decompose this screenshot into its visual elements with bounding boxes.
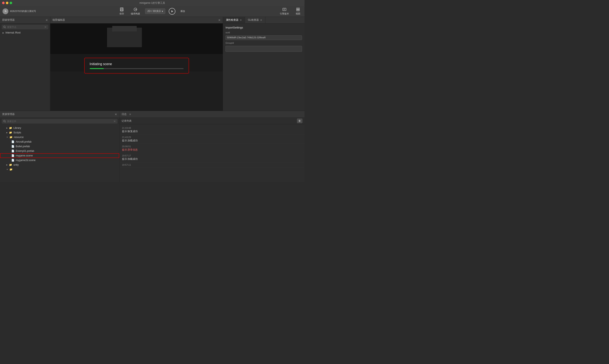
toolbar-username: t626237023的接口测试号 [10, 10, 36, 13]
svg-line-31 [5, 122, 6, 122]
view-label: 视图 [296, 12, 300, 15]
groupid-label: GroupId [225, 42, 240, 44]
log-entry-2: 20:06:51 提示:异常信息 [119, 144, 304, 153]
properties-tab[interactable]: 属性检查器 ✕ [223, 17, 245, 23]
close-traffic-light[interactable] [2, 2, 5, 4]
save-button[interactable]: 保存 [118, 6, 126, 16]
console-log-list: 21:43:48 提示:恢复成功 21:43:29 提示:加载成功 20:06:… [119, 124, 304, 182]
toolbar-user-section: 头 t626237023的接口测试号 [2, 8, 36, 14]
hierarchy-search-input[interactable] [7, 26, 43, 28]
file-item-enemy01[interactable]: 📄 Enemy01.prefab [0, 149, 119, 153]
console-panel: 日志 ✕ 记录列表 🗑 21:43:48 提示:恢复成功 21:43:29 提示… [119, 111, 304, 182]
display-mode-dropdown[interactable]: 2D / 3D演示 ▾ [145, 8, 165, 14]
aircraft-file-icon: 📄 [11, 140, 14, 143]
records-label: 记录列表 [121, 119, 132, 123]
hierarchy-panel: 层级管理器 ✕ ✕ ▶ Internal::Root [0, 17, 50, 111]
enemy01-file-icon: 📄 [11, 150, 14, 153]
log-time-0: 21:43:48 [122, 127, 302, 129]
svg-rect-15 [112, 26, 136, 31]
uuid-label: uuid [225, 31, 240, 34]
maximize-traffic-light[interactable] [10, 2, 12, 4]
log-msg-3: 提示:加载成功 [122, 157, 302, 161]
log-time-2: 20:06:51 [122, 145, 302, 148]
dropdown-arrow: ▾ [162, 10, 163, 13]
file-item-scripts[interactable]: ▶ 📁 Scripts [0, 130, 119, 135]
main-upper-layout: 层级管理器 ✕ ✕ ▶ Internal::Root 场景编辑器 ✕ [0, 17, 304, 111]
assets-search-clear[interactable]: ✕ [113, 120, 116, 123]
hierarchy-search-box[interactable]: ✕ [2, 25, 48, 29]
display-mode-label: 2D / 3D演示 [147, 9, 161, 13]
file-item-unity[interactable]: ▶ 📁 unity [0, 163, 119, 167]
scripts-label: Scripts [13, 131, 21, 134]
assets-close-button[interactable]: ✕ [115, 113, 117, 116]
log-time-4: 19:57:11 [122, 164, 302, 166]
assets-panel: 资源管理器 ✕ ✕ ▶ 📁 Library ▶ 📁 [0, 111, 119, 182]
resource-folder-icon: 📁 [9, 136, 13, 139]
mygame2d-label: mygame2d.scene [16, 159, 36, 162]
toolbar-right: 引擎版本 视图 [268, 6, 302, 16]
titlebar: minigame-1的引擎工具 [0, 0, 304, 6]
hierarchy-panel-header: 层级管理器 ✕ [0, 17, 50, 24]
more-arrow: ▼ [6, 168, 8, 170]
log-msg-2: 提示:异常信息 [122, 148, 302, 152]
log-msg-1: 提示:加载成功 [122, 139, 302, 143]
groupid-value-row [225, 46, 302, 52]
properties-tab-label: 属性检查器 [226, 18, 238, 22]
uuid-value-row: 50966dR-23ec2aE-748d12S-32f6eaR [225, 35, 302, 40]
play-label: 播放 [180, 10, 185, 13]
console-clear-button[interactable]: 🗑 [297, 118, 302, 123]
save-label: 保存 [119, 12, 124, 15]
svg-rect-7 [298, 8, 300, 9]
compile-button[interactable]: 编译构建 [129, 6, 142, 16]
file-item-aircraft[interactable]: 📄 Aircraft.prefab [0, 140, 119, 144]
root-node-item[interactable]: ▶ Internal::Root [0, 31, 50, 35]
minimize-traffic-light[interactable] [6, 2, 8, 4]
unity-label: unity [13, 163, 19, 166]
log-entry-4: 19:57:11 [119, 162, 304, 168]
assets-search-input[interactable] [7, 120, 112, 123]
file-item-resource[interactable]: ▼ 📁 resource [0, 135, 119, 140]
root-node-label: Internal::Root [5, 31, 21, 34]
hierarchy-title: 层级管理器 [2, 18, 15, 22]
assets-title: 资源管理器 [2, 113, 15, 116]
scene-editor-title: 场景编辑器 [53, 18, 65, 22]
uuid-value: 50966dR-23ec2aE-748d12S-32f6eaR [225, 35, 302, 40]
mygame-file-icon: 📄 [11, 154, 14, 157]
gl-inspector-tab[interactable]: GL检查器 ✕ [245, 17, 265, 23]
import-settings-section: ImportSettings uuid 50966dR-23ec2aE-748d… [223, 24, 304, 56]
view-button[interactable]: 视图 [294, 6, 302, 16]
engine-version-button[interactable]: 引擎版本 [278, 6, 291, 16]
play-button[interactable] [169, 8, 175, 15]
console-close-button[interactable]: ✕ [129, 113, 131, 116]
scene-editor-close-button[interactable]: ✕ [218, 18, 221, 22]
library-label: Library [13, 127, 21, 130]
clear-icon: 🗑 [298, 119, 301, 122]
assets-search-box[interactable]: ✕ [2, 119, 118, 124]
more-folder-icon: 📁 [9, 168, 13, 171]
gl-tab-close[interactable]: ✕ [260, 19, 262, 22]
toolbar: 头 t626237023的接口测试号 保存 编译构建 2D / 3D演示 ▾ [0, 6, 304, 17]
search-clear-icon[interactable]: ✕ [44, 25, 47, 29]
scene-background: Initiating scene [50, 24, 223, 111]
file-item-library[interactable]: ▶ 📁 Library [0, 126, 119, 130]
svg-rect-16 [50, 71, 223, 111]
avatar: 头 [2, 8, 8, 14]
log-time-1: 21:43:29 [122, 136, 302, 138]
log-entry-1: 21:43:29 提示:加载成功 [119, 135, 304, 144]
progress-text: Initiating scene [90, 62, 184, 66]
mygame2d-file-icon: 📄 [11, 159, 14, 162]
library-arrow: ▶ [6, 127, 8, 129]
properties-tab-close[interactable]: ✕ [240, 19, 242, 22]
file-item-mygame-scene[interactable]: 📄 mygame.scene [0, 153, 119, 158]
compile-label: 编译构建 [131, 12, 140, 15]
scene-editor-area: 场景编辑器 ✕ [50, 17, 223, 111]
file-item-more[interactable]: ▼ 📁 [0, 167, 119, 172]
hierarchy-close-button[interactable]: ✕ [45, 18, 48, 22]
file-tree: ▶ 📁 Library ▶ 📁 Scripts ▼ 📁 resource [0, 125, 119, 182]
log-entry-3: 19:57:17 提示:加载成功 [119, 153, 304, 162]
scene-viewport: Initiating scene [50, 24, 223, 111]
file-item-mygame2d-scene[interactable]: 📄 mygame2d.scene [0, 158, 119, 163]
search-icon [3, 26, 6, 28]
file-item-bullet[interactable]: 📄 Bullet.prefab [0, 144, 119, 149]
svg-rect-5 [283, 8, 286, 11]
